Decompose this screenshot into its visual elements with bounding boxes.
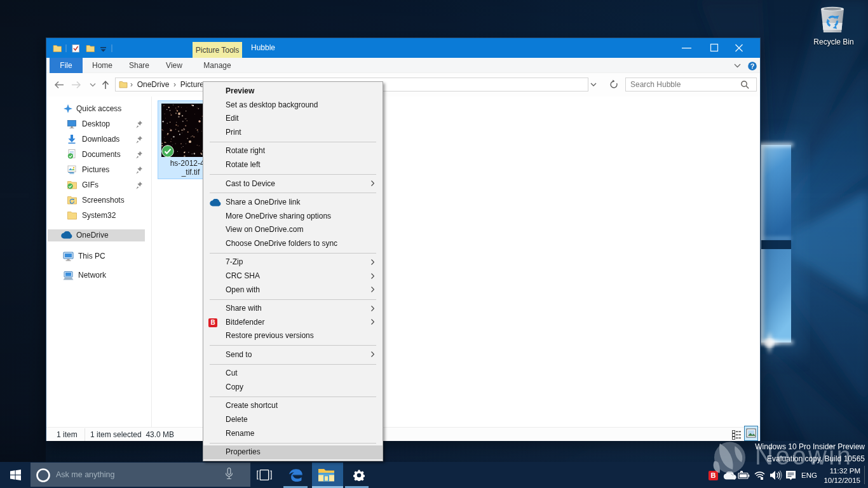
svg-text:?: ? bbox=[750, 62, 755, 70]
